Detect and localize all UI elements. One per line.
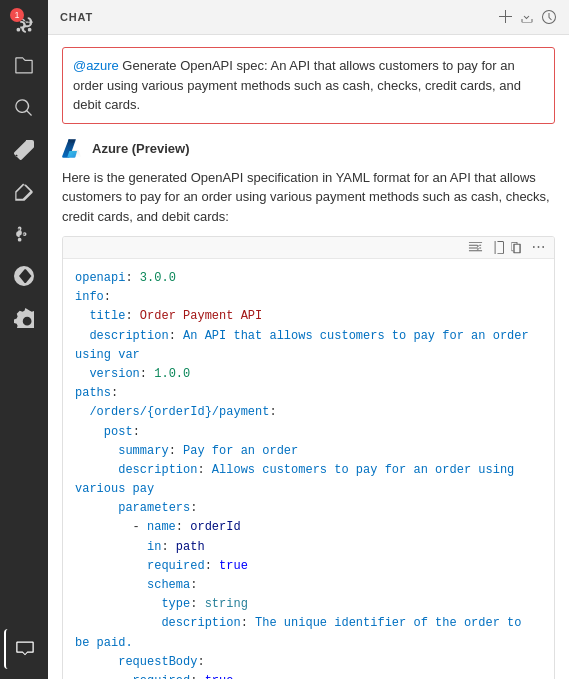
main-panel: CHAT @azure Generate OpenAPI spec: An AP… (48, 0, 569, 679)
user-message: @azure Generate OpenAPI spec: An API tha… (62, 47, 555, 124)
code-line-4: description: An API that allows customer… (75, 329, 529, 362)
code-line-19: required: true (75, 674, 233, 679)
ai-response: Azure (Preview) Here is the generated Op… (62, 138, 555, 680)
azure-logo (62, 138, 84, 160)
sidebar-item-settings[interactable] (4, 298, 44, 338)
explorer-icon (14, 56, 34, 76)
sidebar-item-extensions[interactable] (4, 130, 44, 170)
topbar-actions (497, 9, 557, 25)
code-line-16: type: string (75, 597, 248, 611)
code-line-8: post: (75, 425, 140, 439)
search-icon (14, 98, 34, 118)
copy-icon[interactable] (510, 240, 525, 255)
ai-header: Azure (Preview) (62, 138, 555, 160)
sidebar-item-azure[interactable] (4, 256, 44, 296)
topbar: CHAT (48, 0, 569, 35)
code-toolbar (63, 237, 554, 259)
code-line-1: openapi: 3.0.0 (75, 271, 176, 285)
sidebar-item-chat[interactable] (4, 629, 44, 669)
code-line-17: description: The unique identifier of th… (75, 616, 522, 649)
code-line-6: paths: (75, 386, 118, 400)
badge: 1 (10, 8, 24, 22)
history-icon[interactable] (541, 9, 557, 25)
code-line-7: /orders/{orderId}/payment: (75, 405, 277, 419)
more-actions-icon[interactable] (531, 240, 546, 255)
chat-icon (15, 639, 35, 659)
code-line-5: version: 1.0.0 (75, 367, 190, 381)
git-icon (14, 224, 34, 244)
code-line-14: required: true (75, 559, 248, 573)
code-line-18: requestBody: (75, 655, 205, 669)
add-icon[interactable] (497, 9, 513, 25)
code-content: openapi: 3.0.0 info: title: Order Paymen… (63, 259, 554, 679)
code-line-12: - name: orderId (75, 520, 241, 534)
settings-icon (14, 308, 34, 328)
mention: @azure (73, 58, 119, 73)
code-line-13: in: path (75, 540, 205, 554)
code-line-11: parameters: (75, 501, 197, 515)
sidebar: 1 (0, 0, 48, 679)
code-line-10: description: Allows customers to pay for… (75, 463, 514, 496)
sidebar-item-git[interactable] (4, 214, 44, 254)
code-line-9: summary: Pay for an order (75, 444, 298, 458)
azure-icon (14, 266, 34, 286)
wrap-icon[interactable] (468, 240, 483, 255)
code-block: openapi: 3.0.0 info: title: Order Paymen… (62, 236, 555, 679)
run-icon (14, 182, 34, 202)
sidebar-item-explorer[interactable] (4, 46, 44, 86)
sidebar-item-source-control[interactable]: 1 (4, 4, 44, 44)
code-line-3: title: Order Payment API (75, 309, 262, 323)
sidebar-item-run[interactable] (4, 172, 44, 212)
ai-intro-text: Here is the generated OpenAPI specificat… (62, 168, 555, 227)
split-icon[interactable] (489, 240, 504, 255)
export-icon[interactable] (519, 9, 535, 25)
code-line-2: info: (75, 290, 111, 304)
sidebar-item-search[interactable] (4, 88, 44, 128)
user-message-text: Generate OpenAPI spec: An API that allow… (73, 58, 521, 112)
topbar-title: CHAT (60, 11, 93, 23)
extensions-icon (14, 140, 34, 160)
chat-area: @azure Generate OpenAPI spec: An API tha… (48, 35, 569, 679)
ai-name: Azure (Preview) (92, 141, 190, 156)
code-line-15: schema: (75, 578, 197, 592)
